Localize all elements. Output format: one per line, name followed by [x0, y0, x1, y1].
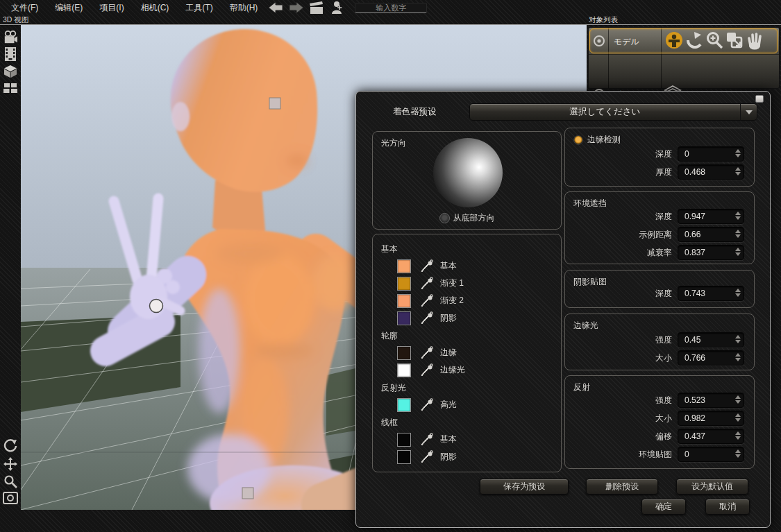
- size-field[interactable]: [678, 350, 744, 366]
- strength-field[interactable]: [678, 393, 744, 408]
- object-row-model[interactable]: モデル: [589, 28, 780, 54]
- object-row-box[interactable]: ボックス: [589, 55, 780, 80]
- color-swatch[interactable]: [397, 363, 411, 377]
- color-swatch[interactable]: [397, 398, 411, 412]
- eyedropper-icon[interactable]: [419, 293, 435, 309]
- menu-file[interactable]: 文件(F): [6, 0, 44, 16]
- ambient-occlusion-group: 环境遮挡 深度 示例距离 减衰率: [564, 191, 755, 264]
- eyedropper-icon[interactable]: [419, 363, 435, 378]
- save-preset-button[interactable]: 保存为预设: [480, 479, 569, 495]
- depth-field[interactable]: [678, 286, 744, 301]
- color-group-title: 线框: [381, 417, 561, 429]
- offset-field[interactable]: [678, 429, 744, 444]
- dialog-close-button[interactable]: [755, 95, 764, 103]
- preset-dropdown[interactable]: 選択してください: [469, 103, 757, 121]
- spinner[interactable]: [735, 395, 741, 404]
- frame-view-icon[interactable]: [2, 490, 19, 506]
- sample-distance-field[interactable]: [678, 227, 744, 242]
- clapperboard-icon[interactable]: [309, 1, 326, 14]
- film-strip-icon[interactable]: [2, 46, 19, 62]
- color-group-title: 基本: [381, 243, 561, 255]
- color-swatch[interactable]: [397, 259, 411, 273]
- color-swatch[interactable]: [397, 277, 411, 291]
- eyedropper-icon[interactable]: [419, 311, 435, 326]
- depth-field[interactable]: [678, 146, 744, 162]
- light-direction-sphere[interactable]: [433, 138, 503, 207]
- zoom-view-icon[interactable]: [2, 473, 19, 490]
- cancel-button[interactable]: 取消: [705, 499, 750, 515]
- set-default-button[interactable]: 设为默认值: [676, 479, 748, 495]
- eyedropper-icon[interactable]: [419, 259, 435, 274]
- zoom-tool-icon[interactable]: [704, 30, 724, 51]
- object-list-title: 对象列表: [587, 15, 781, 25]
- visibility-icon[interactable]: [593, 35, 605, 47]
- color-swatch[interactable]: [397, 433, 411, 447]
- menu-edit[interactable]: 编辑(E): [49, 0, 88, 16]
- eyedropper-icon[interactable]: [419, 397, 435, 413]
- color-swatch[interactable]: [397, 294, 411, 308]
- wrist-handle[interactable]: [150, 300, 163, 313]
- edge-detection-radio[interactable]: [573, 135, 583, 145]
- ok-button[interactable]: 确定: [641, 499, 686, 515]
- face-handle[interactable]: [269, 98, 280, 109]
- redo-forward-arrow-icon[interactable]: [288, 1, 305, 14]
- move-view-icon[interactable]: [2, 456, 19, 472]
- spinner[interactable]: [735, 431, 741, 440]
- rotate-view-icon[interactable]: [2, 438, 19, 454]
- spinner[interactable]: [735, 449, 741, 458]
- floor-grid-icon[interactable]: [2, 80, 19, 96]
- spinner[interactable]: [735, 230, 741, 238]
- object-list-panel: 对象列表 モデル: [587, 15, 781, 90]
- hand-tool-icon[interactable]: [744, 30, 764, 51]
- color-row: 高光: [381, 396, 561, 413]
- duplicate-tool-icon[interactable]: [724, 30, 744, 51]
- spinner[interactable]: [735, 289, 741, 297]
- spinner[interactable]: [735, 248, 741, 256]
- shader-settings-dialog: 着色器预设 選択してください 光方向 从底部方向 基本 基本: [355, 91, 771, 528]
- hip-handle[interactable]: [242, 488, 253, 499]
- spinner[interactable]: [735, 353, 741, 361]
- add-person-icon[interactable]: [330, 1, 346, 14]
- rim-light-group: 边缘光 强度 大小: [564, 314, 755, 370]
- spinner[interactable]: [735, 149, 741, 157]
- spinner[interactable]: [735, 212, 741, 220]
- spinner[interactable]: [735, 413, 741, 422]
- eyedropper-icon[interactable]: [419, 432, 435, 447]
- menu-project[interactable]: 项目(I): [94, 0, 129, 16]
- eyedropper-icon[interactable]: [419, 449, 435, 465]
- dropdown-arrow[interactable]: [740, 104, 757, 120]
- env-map-field[interactable]: [678, 447, 744, 462]
- rotate-tool-icon[interactable]: [684, 30, 704, 51]
- menu-bar: 文件(F) 编辑(E) 项目(I) 相机(C) 工具(T) 帮助(H): [0, 0, 781, 15]
- color-swatch[interactable]: [397, 450, 411, 464]
- size-field[interactable]: [678, 411, 744, 426]
- delete-preset-button[interactable]: 删除预设: [586, 479, 658, 495]
- viewport-toolbar: [0, 25, 21, 510]
- cube-icon[interactable]: [2, 63, 19, 80]
- person-move-tool-icon[interactable]: [664, 30, 684, 51]
- video-camera-icon[interactable]: [2, 29, 19, 46]
- green-box-right: [326, 368, 355, 436]
- shadow-map-group: 阴影贴图 深度: [564, 270, 755, 308]
- color-row: 基本: [381, 257, 561, 275]
- eyedropper-icon[interactable]: [419, 345, 435, 361]
- preset-dropdown-value: 選択してください: [470, 106, 740, 118]
- depth-field[interactable]: [678, 209, 744, 224]
- thickness-field[interactable]: [678, 164, 744, 180]
- eyedropper-icon[interactable]: [419, 276, 435, 291]
- undo-back-arrow-icon[interactable]: [267, 1, 284, 14]
- spinner[interactable]: [735, 167, 741, 175]
- menu-camera[interactable]: 相机(C): [135, 0, 175, 16]
- color-swatch[interactable]: [397, 346, 411, 360]
- menu-help[interactable]: 帮助(H): [224, 0, 264, 16]
- spinner[interactable]: [735, 335, 741, 343]
- color-swatch[interactable]: [397, 311, 411, 325]
- from-bottom-label: 从底部方向: [453, 212, 495, 224]
- color-row: 边缘: [381, 344, 561, 361]
- menu-tools[interactable]: 工具(T): [180, 0, 218, 16]
- color-row: 阴影: [381, 309, 561, 327]
- from-bottom-radio[interactable]: [439, 213, 450, 223]
- strength-field[interactable]: [678, 332, 744, 347]
- number-input[interactable]: [355, 3, 427, 13]
- attenuation-field[interactable]: [678, 245, 744, 260]
